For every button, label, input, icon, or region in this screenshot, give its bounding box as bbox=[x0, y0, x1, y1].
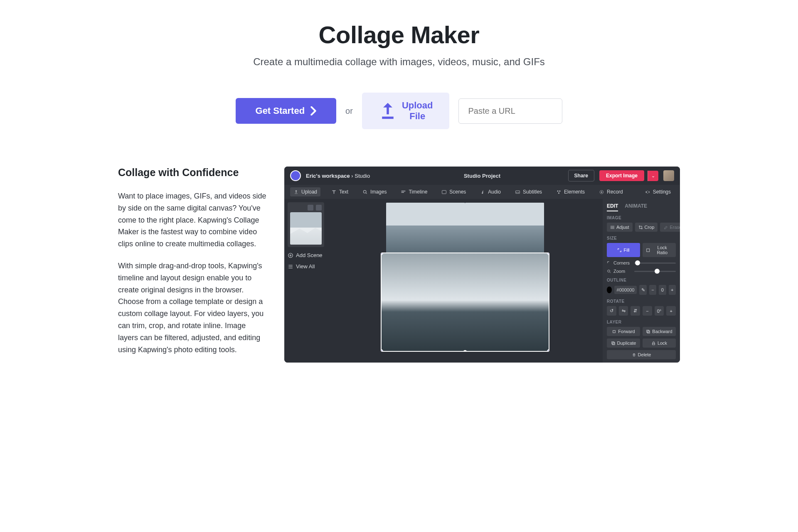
outline-increment[interactable]: + bbox=[669, 285, 676, 295]
subtitles-icon bbox=[515, 189, 520, 195]
rotate-left-button[interactable]: ↺ bbox=[607, 306, 616, 316]
share-button[interactable]: Share bbox=[568, 170, 594, 181]
rotate-value: 0° bbox=[655, 306, 664, 316]
canvas-image-top-right[interactable] bbox=[465, 203, 544, 253]
scene-thumbnail[interactable] bbox=[288, 202, 324, 247]
content-text: Collage with Confidence Want to place im… bbox=[118, 167, 268, 365]
cta-row: Get Started or Upload File bbox=[118, 93, 680, 129]
adjust-button[interactable]: Adjust bbox=[607, 223, 633, 232]
outline-width-value: 0 bbox=[659, 285, 666, 295]
backward-icon bbox=[646, 329, 650, 334]
lock-icon bbox=[651, 341, 656, 346]
canvas-image-selected[interactable] bbox=[382, 253, 549, 351]
forward-button[interactable]: Forward bbox=[607, 327, 640, 336]
copy-icon[interactable] bbox=[308, 205, 313, 211]
add-scene-button[interactable]: Add Scene bbox=[288, 252, 324, 258]
svg-rect-2 bbox=[401, 192, 404, 193]
toolbar-timeline[interactable]: Timeline bbox=[397, 187, 431, 196]
resize-handle[interactable] bbox=[382, 349, 383, 351]
corners-slider[interactable] bbox=[634, 262, 676, 264]
delete-icon[interactable] bbox=[316, 205, 322, 211]
get-started-button[interactable]: Get Started bbox=[236, 98, 337, 124]
eyedropper-button[interactable]: ✎ bbox=[639, 285, 646, 295]
trash-icon bbox=[632, 353, 636, 357]
section-paragraph-1: Want to place images, GIFs, and videos s… bbox=[118, 190, 268, 250]
workspace-avatar-icon bbox=[290, 170, 301, 181]
backward-button[interactable]: Backward bbox=[643, 327, 676, 336]
toolbar-settings[interactable]: Settings bbox=[642, 187, 674, 196]
svg-rect-16 bbox=[611, 341, 614, 344]
user-avatar[interactable] bbox=[663, 170, 674, 181]
svg-point-9 bbox=[601, 191, 602, 192]
toolbar-upload[interactable]: Upload bbox=[290, 187, 320, 196]
editor-titlebar: Eric's workspace › Studio Studio Project… bbox=[284, 167, 680, 185]
crop-button[interactable]: Crop bbox=[635, 223, 658, 232]
editor-screenshot: Eric's workspace › Studio Studio Project… bbox=[284, 167, 680, 363]
flip-v-button[interactable]: ⇵ bbox=[631, 306, 640, 316]
rotate-handle[interactable] bbox=[463, 350, 467, 351]
outline-decrement[interactable]: − bbox=[649, 285, 656, 295]
upload-icon bbox=[379, 102, 397, 120]
view-all-button[interactable]: View All bbox=[288, 263, 324, 270]
toolbar-text[interactable]: Text bbox=[328, 187, 352, 196]
fill-button[interactable]: Fill bbox=[607, 243, 640, 257]
scene-thumb-image bbox=[290, 212, 322, 245]
toolbar-scenes[interactable]: Scenes bbox=[438, 187, 469, 196]
timeline-icon bbox=[401, 189, 406, 195]
svg-rect-3 bbox=[442, 190, 446, 194]
delete-button[interactable]: Delete bbox=[607, 350, 676, 359]
list-icon bbox=[288, 264, 293, 270]
svg-rect-14 bbox=[647, 330, 649, 332]
export-dropdown-caret[interactable]: ⌄ bbox=[648, 171, 658, 181]
paste-url-input[interactable] bbox=[458, 98, 562, 124]
zoom-icon bbox=[607, 269, 611, 274]
project-title: Studio Project bbox=[464, 173, 500, 179]
canvas-image-top-left[interactable] bbox=[386, 203, 465, 253]
svg-rect-11 bbox=[647, 249, 650, 252]
tab-animate[interactable]: ANIMATE bbox=[625, 203, 647, 211]
svg-rect-15 bbox=[648, 331, 650, 333]
tab-edit[interactable]: EDIT bbox=[607, 203, 618, 211]
corners-label: Corners bbox=[607, 260, 631, 265]
sliders-icon bbox=[610, 225, 615, 230]
duplicate-button[interactable]: Duplicate bbox=[607, 338, 640, 348]
toolbar-images[interactable]: Images bbox=[359, 187, 390, 196]
lock-button[interactable]: Lock bbox=[643, 338, 676, 348]
svg-rect-1 bbox=[401, 191, 406, 191]
outline-color-swatch[interactable] bbox=[607, 287, 612, 293]
outline-hex[interactable]: #000000 bbox=[614, 286, 637, 294]
rotate-increment[interactable]: + bbox=[666, 306, 676, 316]
toolbar-subtitles[interactable]: Subtitles bbox=[512, 187, 545, 196]
content-row: Collage with Confidence Want to place im… bbox=[118, 167, 680, 365]
svg-rect-4 bbox=[516, 191, 520, 194]
svg-point-12 bbox=[608, 270, 610, 272]
erase-icon bbox=[663, 225, 668, 230]
section-outline-label: OUTLINE bbox=[607, 278, 676, 282]
or-separator: or bbox=[345, 106, 353, 116]
page-subtitle: Create a multimedia collage with images,… bbox=[118, 56, 680, 68]
toolbar-record[interactable]: Record bbox=[596, 187, 626, 196]
resize-handle[interactable] bbox=[547, 253, 549, 255]
toolbar-audio[interactable]: Audio bbox=[477, 187, 504, 196]
canvas-area[interactable] bbox=[328, 199, 603, 363]
breadcrumb[interactable]: Eric's workspace › Studio bbox=[306, 173, 370, 179]
corners-icon bbox=[607, 261, 611, 265]
resize-handle[interactable] bbox=[547, 349, 549, 351]
upload-file-button[interactable]: Upload File bbox=[362, 93, 450, 129]
upload-icon bbox=[293, 189, 299, 195]
properties-panel: EDIT ANIMATE IMAGE Adjust Crop Erase SIZ… bbox=[603, 199, 680, 363]
erase-button[interactable]: Erase bbox=[660, 223, 680, 232]
lock-ratio-button[interactable]: Lock Ratio bbox=[643, 243, 676, 257]
section-paragraph-2: With simple drag-and-drop tools, Kapwing… bbox=[118, 260, 268, 355]
flip-h-button[interactable]: ⇋ bbox=[619, 306, 628, 316]
section-layer-label: LAYER bbox=[607, 320, 676, 324]
resize-handle[interactable] bbox=[382, 253, 383, 255]
get-started-label: Get Started bbox=[256, 105, 305, 116]
export-button[interactable]: Export Image bbox=[599, 170, 644, 181]
toolbar-elements[interactable]: Elements bbox=[553, 187, 588, 196]
text-icon bbox=[331, 189, 337, 195]
section-size-label: SIZE bbox=[607, 236, 676, 240]
rotate-decrement[interactable]: − bbox=[643, 306, 652, 316]
toolbar: Upload Text Images Timeline Scenes Audio… bbox=[284, 185, 680, 199]
zoom-slider[interactable] bbox=[634, 271, 676, 272]
